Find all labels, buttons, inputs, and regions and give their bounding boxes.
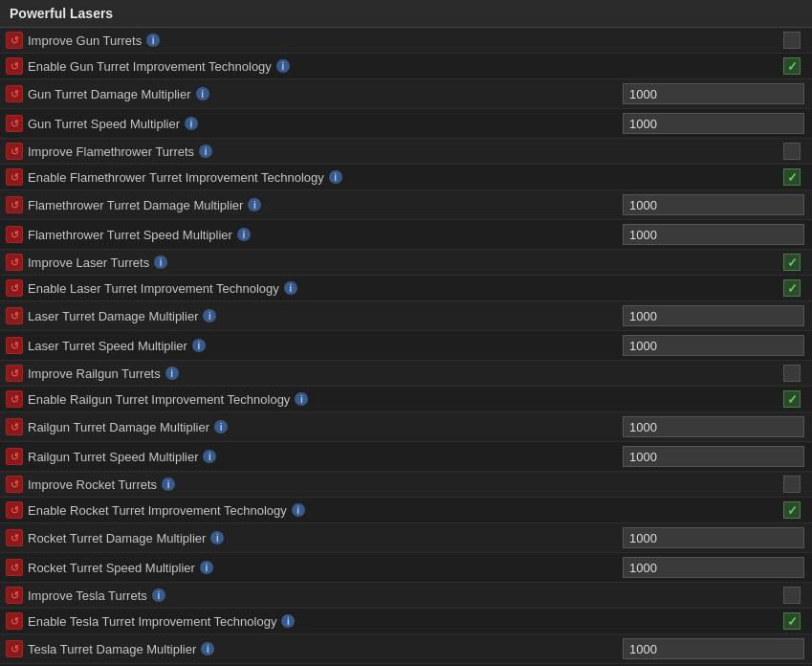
table-row: ↺Rocket Turret Damage Multiplieri — [0, 523, 812, 553]
reset-button[interactable]: ↺ — [6, 168, 23, 186]
reset-button[interactable]: ↺ — [6, 196, 23, 213]
checkbox[interactable] — [783, 476, 801, 493]
setting-label: Enable Railgun Turret Improvement Techno… — [28, 392, 290, 407]
reset-button[interactable]: ↺ — [6, 279, 23, 297]
info-icon[interactable]: i — [200, 561, 213, 574]
table-row: ↺Enable Gun Turret Improvement Technolog… — [0, 54, 812, 79]
setting-label: Improve Gun Turrets — [28, 33, 142, 48]
checkbox[interactable] — [783, 501, 801, 519]
checkbox[interactable] — [783, 32, 801, 49]
value-input[interactable] — [623, 557, 804, 578]
info-icon[interactable]: i — [192, 339, 206, 352]
checkbox[interactable] — [783, 587, 801, 604]
checkbox[interactable] — [783, 57, 801, 75]
reset-button[interactable]: ↺ — [6, 390, 23, 408]
info-icon[interactable]: i — [237, 228, 251, 241]
info-icon[interactable]: i — [146, 33, 160, 47]
reset-button[interactable]: ↺ — [6, 115, 23, 132]
info-icon[interactable]: i — [203, 450, 216, 463]
reset-button[interactable]: ↺ — [6, 418, 23, 435]
info-icon[interactable]: i — [276, 59, 290, 73]
info-icon[interactable]: i — [165, 366, 179, 380]
setting-label: Gun Turret Speed Multiplier — [28, 117, 180, 131]
value-input[interactable] — [623, 194, 804, 215]
table-row: ↺Enable Tesla Turret Improvement Technol… — [0, 609, 812, 634]
table-row: ↺Improve Gun Turretsi — [0, 28, 812, 54]
reset-button[interactable]: ↺ — [6, 57, 23, 75]
info-icon[interactable]: i — [281, 614, 295, 628]
reset-button[interactable]: ↺ — [6, 365, 23, 382]
value-input[interactable] — [623, 527, 804, 548]
checkbox[interactable] — [783, 390, 801, 408]
table-row: ↺Gun Turret Speed Multiplieri — [0, 109, 812, 139]
reset-button[interactable]: ↺ — [6, 448, 23, 465]
checkbox[interactable] — [783, 168, 801, 186]
table-row: ↺Improve Rocket Turretsi — [0, 472, 812, 498]
table-row: ↺Enable Railgun Turret Improvement Techn… — [0, 387, 812, 412]
setting-label: Improve Rocket Turrets — [28, 477, 157, 492]
info-icon[interactable]: i — [185, 117, 198, 130]
value-input[interactable] — [623, 83, 804, 104]
setting-label: Enable Laser Turret Improvement Technolo… — [28, 281, 279, 296]
reset-button[interactable]: ↺ — [6, 529, 23, 546]
setting-label: Enable Gun Turret Improvement Technology — [28, 59, 272, 74]
reset-button[interactable]: ↺ — [6, 254, 23, 271]
setting-label: Flamethrower Turret Damage Multiplier — [28, 198, 243, 212]
reset-button[interactable]: ↺ — [6, 226, 23, 243]
table-row: ↺Railgun Turret Damage Multiplieri — [0, 412, 812, 442]
setting-label: Rocket Turret Speed Multiplier — [28, 561, 195, 575]
reset-button[interactable]: ↺ — [6, 85, 23, 102]
setting-label: Enable Tesla Turret Improvement Technolo… — [28, 614, 276, 629]
value-input[interactable] — [623, 305, 804, 326]
reset-button[interactable]: ↺ — [6, 32, 23, 49]
info-icon[interactable]: i — [201, 642, 214, 655]
info-icon[interactable]: i — [214, 420, 228, 433]
checkbox[interactable] — [783, 254, 801, 271]
table-row: ↺Flamethrower Turret Speed Multiplieri — [0, 220, 812, 250]
table-row: ↺Improve Laser Turretsi — [0, 250, 812, 276]
reset-button[interactable]: ↺ — [6, 612, 23, 630]
value-input[interactable] — [623, 335, 804, 356]
info-icon[interactable]: i — [162, 477, 175, 491]
info-icon[interactable]: i — [295, 392, 308, 406]
info-icon[interactable]: i — [154, 255, 167, 269]
value-input[interactable] — [623, 416, 804, 437]
table-row: ↺Enable Rocket Turret Improvement Techno… — [0, 498, 812, 523]
reset-button[interactable]: ↺ — [6, 307, 23, 324]
setting-label: Tesla Turret Damage Multiplier — [28, 642, 196, 656]
reset-button[interactable]: ↺ — [6, 587, 23, 604]
setting-label: Railgun Turret Damage Multiplier — [28, 420, 209, 434]
info-icon[interactable]: i — [248, 198, 261, 211]
reset-button[interactable]: ↺ — [6, 501, 23, 519]
reset-button[interactable]: ↺ — [6, 640, 23, 657]
table-row: ↺Railgun Turret Speed Multiplieri — [0, 442, 812, 472]
table-row: ↺Improve Railgun Turretsi — [0, 361, 812, 387]
value-input[interactable] — [623, 638, 804, 659]
reset-button[interactable]: ↺ — [6, 337, 23, 354]
info-icon[interactable]: i — [284, 281, 297, 295]
reset-button[interactable]: ↺ — [6, 143, 23, 160]
info-icon[interactable]: i — [329, 170, 342, 184]
info-icon[interactable]: i — [203, 309, 216, 322]
table-row: ↺Laser Turret Speed Multiplieri — [0, 331, 812, 361]
value-input[interactable] — [623, 224, 804, 245]
settings-table: ↺Improve Gun Turretsi↺Enable Gun Turret … — [0, 28, 812, 666]
setting-label: Gun Turret Damage Multiplier — [28, 87, 191, 101]
setting-label: Improve Railgun Turrets — [28, 366, 161, 381]
checkbox[interactable] — [783, 612, 801, 630]
checkbox[interactable] — [783, 279, 801, 297]
info-icon[interactable]: i — [199, 144, 212, 158]
checkbox[interactable] — [783, 143, 801, 160]
reset-button[interactable]: ↺ — [6, 559, 23, 576]
info-icon[interactable]: i — [152, 588, 165, 602]
checkbox[interactable] — [783, 365, 801, 382]
info-icon[interactable]: i — [292, 503, 305, 517]
value-input[interactable] — [623, 446, 804, 467]
table-row: ↺Gun Turret Damage Multiplieri — [0, 79, 812, 109]
setting-label: Improve Laser Turrets — [28, 255, 149, 270]
reset-button[interactable]: ↺ — [6, 476, 23, 493]
info-icon[interactable]: i — [196, 87, 209, 100]
info-icon[interactable]: i — [210, 531, 224, 544]
setting-label: Enable Rocket Turret Improvement Technol… — [28, 503, 287, 518]
value-input[interactable] — [623, 113, 804, 134]
